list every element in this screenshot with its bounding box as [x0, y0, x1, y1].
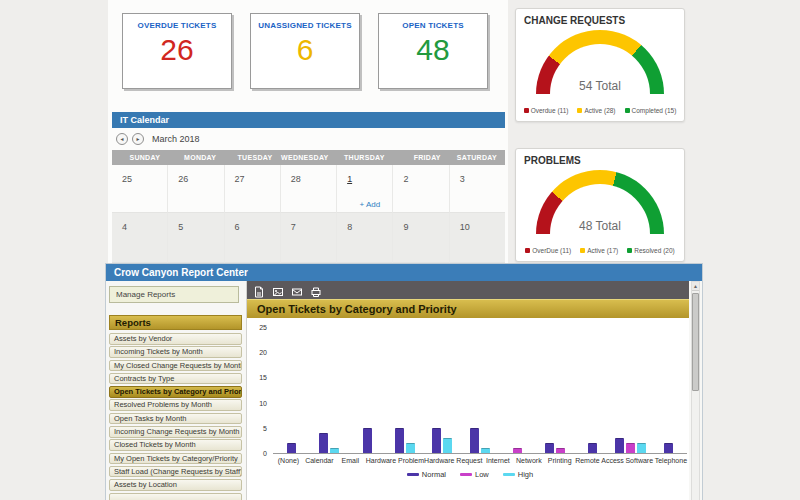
calendar-cell[interactable]: 4	[112, 213, 168, 263]
sidebar-report-item[interactable]: Staff Load (Change Requests by Staff)	[109, 466, 242, 478]
y-tick-label: 5	[253, 425, 267, 432]
x-tick-label: (None)	[273, 454, 304, 464]
calendar-date: 28	[291, 174, 301, 184]
chart-legend-label: High	[518, 470, 533, 479]
calendar-add-link[interactable]: + Add	[347, 200, 392, 209]
calendar-day-header: MONDAY	[168, 150, 224, 165]
chart-area: 2520151050 (None)CalendarEmailHardware P…	[247, 318, 689, 500]
image-icon[interactable]	[272, 284, 284, 296]
calendar-day-header: TUESDAY	[224, 150, 280, 165]
sidebar-report-item-partial[interactable]	[109, 493, 242, 500]
y-tick-label: 10	[253, 400, 267, 407]
calendar-cell[interactable]: 10	[450, 213, 505, 263]
bar-group	[612, 328, 650, 453]
legend-swatch-icon	[577, 108, 582, 113]
calendar-date: 26	[178, 174, 188, 184]
sidebar-report-item[interactable]: Assets by Vendor	[109, 333, 242, 345]
calendar-day-header: SUNDAY	[112, 150, 168, 165]
y-tick-label: 20	[253, 349, 267, 356]
x-tick-label: Software	[624, 454, 655, 464]
calendar-date[interactable]: 1	[347, 174, 352, 184]
chart-x-axis: (None)CalendarEmailHardware ProblemHardw…	[273, 454, 687, 464]
stat-card[interactable]: UNASSIGNED TICKETS6	[250, 13, 360, 89]
calendar-cell[interactable]: 26	[168, 165, 224, 213]
calendar-next-button[interactable]: ►	[132, 133, 144, 145]
gauge: 54 Total	[536, 30, 664, 94]
sidebar-report-item[interactable]: Incoming Tickets by Month	[109, 346, 242, 358]
low-bar	[556, 448, 565, 453]
dashboard-panel: OVERDUE TICKETS26UNASSIGNED TICKETS6OPEN…	[108, 0, 508, 263]
bar-group	[348, 328, 386, 453]
sidebar-report-item[interactable]: Incoming Change Requests by Month	[109, 426, 242, 438]
calendar-week-row: 252627281+ Add23	[112, 165, 505, 213]
x-tick-label: Remote Access	[575, 454, 624, 464]
low-bar	[513, 448, 522, 453]
legend-item: Completed (15)	[625, 107, 677, 114]
calendar-cell[interactable]: 6	[225, 213, 281, 263]
legend-item: OverDue (11)	[525, 247, 571, 254]
bar-group	[499, 328, 537, 453]
stat-card-label: OPEN TICKETS	[379, 21, 487, 30]
y-tick-label: 25	[253, 324, 267, 331]
chart-legend-item: Normal	[407, 470, 446, 479]
gauge-card: PROBLEMS48 TotalOverDue (11)Active (17)R…	[515, 148, 685, 262]
sidebar-report-item[interactable]: My Closed Change Requests by Month	[109, 360, 242, 372]
print-icon[interactable]	[310, 284, 322, 296]
export-file-icon[interactable]	[253, 284, 265, 296]
calendar-cell[interactable]: 9	[393, 213, 449, 263]
calendar-cell[interactable]: 28	[281, 165, 337, 213]
gauge-legend: OverDue (11)Active (17)Resolved (20)	[516, 247, 684, 254]
calendar-date: 5	[178, 222, 183, 232]
calendar-week-row: 45678910	[112, 213, 505, 263]
bar-chart: 2520151050 (None)CalendarEmailHardware P…	[253, 328, 687, 479]
sidebar-report-item[interactable]: Closed Tickets by Month	[109, 439, 242, 451]
calendar-cell[interactable]: 7	[281, 213, 337, 263]
chart-plot	[273, 328, 687, 454]
sidebar-report-item[interactable]: Resolved Problems by Month	[109, 399, 242, 411]
sidebar-report-item[interactable]: Open Tasks by Month	[109, 413, 242, 425]
calendar-cell[interactable]: 8	[337, 213, 393, 263]
report-center-title-bar: Crow Canyon Report Center	[106, 264, 702, 281]
y-tick-label: 15	[253, 374, 267, 381]
x-tick-label: Email	[335, 454, 366, 464]
chart-legend-label: Low	[475, 470, 489, 479]
calendar-prev-button[interactable]: ◄	[116, 133, 128, 145]
report-title: Open Tickets by Category and Priority	[247, 299, 689, 318]
vertical-scrollbar[interactable]: ▲	[691, 281, 700, 500]
legend-label: Overdue (11)	[531, 107, 569, 114]
stat-card[interactable]: OVERDUE TICKETS26	[122, 13, 232, 89]
x-tick-label: Hardware Request	[424, 454, 482, 464]
calendar-cell[interactable]: 25	[112, 165, 168, 213]
scrollbar-thumb[interactable]	[692, 293, 699, 391]
reports-section-header: Reports	[109, 315, 242, 330]
normal-bar	[287, 443, 296, 453]
legend-swatch-icon	[627, 248, 632, 253]
manage-reports-button[interactable]: Manage Reports	[109, 286, 239, 303]
stat-card-value: 48	[379, 34, 487, 66]
gauge-card: CHANGE REQUESTS54 TotalOverdue (11)Activ…	[515, 8, 685, 122]
calendar-cell[interactable]: 3	[450, 165, 505, 213]
calendar-cell[interactable]: 27	[225, 165, 281, 213]
calendar-cell[interactable]: 2	[393, 165, 449, 213]
gauge-column: CHANGE REQUESTS54 TotalOverdue (11)Activ…	[515, 8, 685, 288]
calendar-day-header: FRIDAY	[393, 150, 449, 165]
gauge-title: PROBLEMS	[524, 155, 676, 166]
legend-item: Active (17)	[580, 247, 618, 254]
sidebar-report-item[interactable]: My Open Tickets by Category/Priority	[109, 453, 242, 465]
calendar-cell[interactable]: 1+ Add	[337, 165, 393, 213]
legend-label: Active (28)	[584, 107, 615, 114]
sidebar-report-item[interactable]: Open Tickets by Category and Priority	[109, 386, 242, 398]
legend-label: Active (17)	[587, 247, 618, 254]
scroll-up-arrow-icon[interactable]: ▲	[692, 282, 699, 291]
calendar-cell[interactable]: 5	[168, 213, 224, 263]
stat-card[interactable]: OPEN TICKETS48	[378, 13, 488, 89]
report-sidebar: Manage Reports Reports Assets by VendorI…	[106, 281, 246, 500]
bar-group	[574, 328, 612, 453]
report-list: Assets by VendorIncoming Tickets by Mont…	[109, 333, 242, 500]
normal-bar	[432, 428, 441, 453]
calendar-date: 7	[291, 222, 296, 232]
sidebar-report-item[interactable]: Assets by Location	[109, 479, 242, 491]
legend-dash-icon	[503, 473, 515, 476]
sidebar-report-item[interactable]: Contracts by Type	[109, 373, 242, 385]
email-icon[interactable]	[291, 284, 303, 296]
